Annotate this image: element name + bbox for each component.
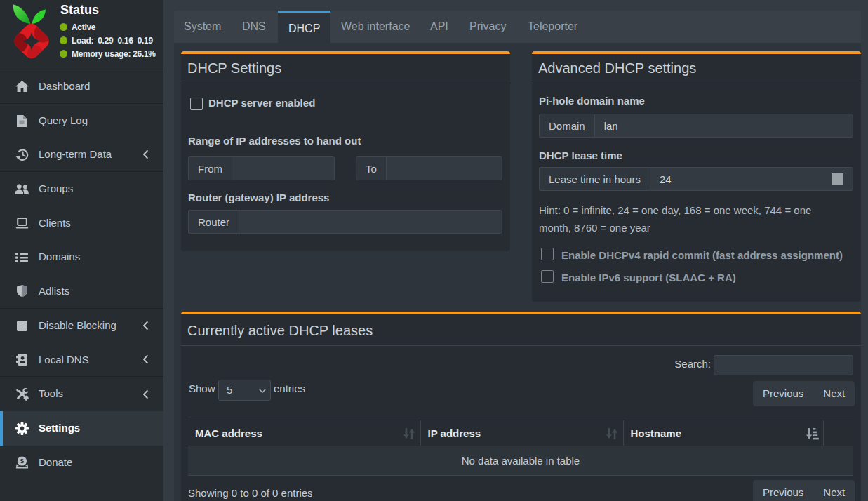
svg-text:$: $ [20, 457, 24, 465]
